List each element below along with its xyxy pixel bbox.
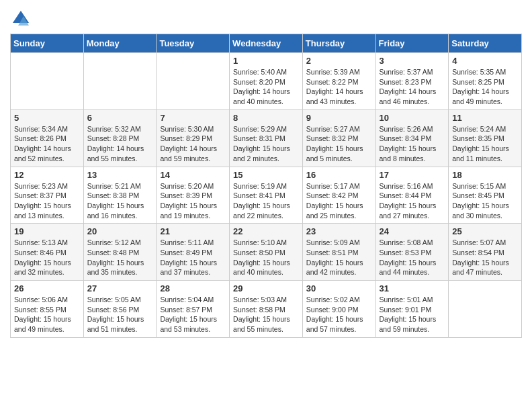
calendar-cell-13: 13Sunrise: 5:21 AM Sunset: 8:38 PM Dayli… bbox=[83, 167, 157, 224]
calendar-cell-28: 28Sunrise: 5:04 AM Sunset: 8:57 PM Dayli… bbox=[157, 281, 230, 338]
day-info: Sunrise: 5:16 AM Sunset: 8:44 PM Dayligh… bbox=[380, 181, 445, 221]
day-info: Sunrise: 5:05 AM Sunset: 8:56 PM Dayligh… bbox=[87, 295, 153, 334]
day-number: 27 bbox=[87, 283, 153, 293]
day-info: Sunrise: 5:13 AM Sunset: 8:46 PM Dayligh… bbox=[14, 238, 80, 277]
calendar-cell-empty bbox=[83, 53, 157, 110]
day-info: Sunrise: 5:26 AM Sunset: 8:34 PM Dayligh… bbox=[380, 124, 445, 164]
day-info: Sunrise: 5:10 AM Sunset: 8:50 PM Dayligh… bbox=[233, 238, 299, 277]
day-number: 23 bbox=[306, 226, 372, 236]
day-number: 4 bbox=[452, 56, 518, 66]
day-number: 6 bbox=[87, 113, 153, 123]
calendar-cell-29: 29Sunrise: 5:03 AM Sunset: 8:58 PM Dayli… bbox=[230, 281, 303, 338]
day-number: 18 bbox=[452, 170, 518, 180]
day-number: 16 bbox=[306, 170, 372, 180]
calendar-cell-1: 1Sunrise: 5:40 AM Sunset: 8:20 PM Daylig… bbox=[230, 53, 303, 110]
calendar-cell-24: 24Sunrise: 5:08 AM Sunset: 8:53 PM Dayli… bbox=[375, 224, 449, 281]
day-number: 21 bbox=[160, 226, 226, 236]
day-info: Sunrise: 5:03 AM Sunset: 8:58 PM Dayligh… bbox=[233, 295, 299, 334]
calendar-header-thursday: Thursday bbox=[302, 34, 375, 53]
calendar-header-monday: Monday bbox=[83, 34, 157, 53]
day-number: 19 bbox=[14, 226, 80, 236]
day-info: Sunrise: 5:21 AM Sunset: 8:38 PM Dayligh… bbox=[87, 181, 153, 221]
day-number: 7 bbox=[160, 113, 226, 123]
day-info: Sunrise: 5:07 AM Sunset: 8:54 PM Dayligh… bbox=[452, 238, 518, 277]
calendar-cell-empty bbox=[11, 53, 84, 110]
calendar-cell-31: 31Sunrise: 5:01 AM Sunset: 9:01 PM Dayli… bbox=[375, 281, 449, 338]
day-number: 29 bbox=[233, 283, 299, 293]
day-info: Sunrise: 5:20 AM Sunset: 8:39 PM Dayligh… bbox=[160, 181, 226, 221]
day-info: Sunrise: 5:24 AM Sunset: 8:35 PM Dayligh… bbox=[452, 124, 518, 164]
day-info: Sunrise: 5:37 AM Sunset: 8:23 PM Dayligh… bbox=[380, 67, 445, 107]
calendar-cell-12: 12Sunrise: 5:23 AM Sunset: 8:37 PM Dayli… bbox=[11, 167, 84, 224]
calendar-cell-7: 7Sunrise: 5:30 AM Sunset: 8:29 PM Daylig… bbox=[157, 109, 230, 167]
calendar-header-tuesday: Tuesday bbox=[157, 34, 230, 53]
day-info: Sunrise: 5:39 AM Sunset: 8:22 PM Dayligh… bbox=[306, 67, 372, 107]
calendar-cell-empty bbox=[157, 53, 230, 110]
calendar-cell-4: 4Sunrise: 5:35 AM Sunset: 8:25 PM Daylig… bbox=[449, 53, 522, 110]
calendar-header-row: SundayMondayTuesdayWednesdayThursdayFrid… bbox=[11, 34, 522, 53]
day-number: 31 bbox=[380, 283, 445, 293]
day-info: Sunrise: 5:12 AM Sunset: 8:48 PM Dayligh… bbox=[87, 238, 153, 277]
calendar-cell-11: 11Sunrise: 5:24 AM Sunset: 8:35 PM Dayli… bbox=[449, 109, 522, 167]
calendar-cell-25: 25Sunrise: 5:07 AM Sunset: 8:54 PM Dayli… bbox=[449, 224, 522, 281]
day-info: Sunrise: 5:08 AM Sunset: 8:53 PM Dayligh… bbox=[380, 238, 445, 277]
day-info: Sunrise: 5:35 AM Sunset: 8:25 PM Dayligh… bbox=[452, 67, 518, 107]
logo-icon bbox=[11, 9, 30, 28]
day-info: Sunrise: 5:17 AM Sunset: 8:42 PM Dayligh… bbox=[306, 181, 372, 221]
logo bbox=[10, 9, 30, 28]
calendar-cell-22: 22Sunrise: 5:10 AM Sunset: 8:50 PM Dayli… bbox=[230, 224, 303, 281]
day-number: 30 bbox=[306, 283, 372, 293]
calendar-header-wednesday: Wednesday bbox=[230, 34, 303, 53]
day-number: 5 bbox=[14, 113, 80, 123]
day-number: 13 bbox=[87, 170, 153, 180]
day-info: Sunrise: 5:01 AM Sunset: 9:01 PM Dayligh… bbox=[380, 295, 445, 334]
day-info: Sunrise: 5:27 AM Sunset: 8:32 PM Dayligh… bbox=[306, 124, 372, 164]
calendar-header-friday: Friday bbox=[375, 34, 449, 53]
calendar-cell-23: 23Sunrise: 5:09 AM Sunset: 8:51 PM Dayli… bbox=[302, 224, 375, 281]
day-number: 1 bbox=[233, 56, 299, 66]
calendar-cell-2: 2Sunrise: 5:39 AM Sunset: 8:22 PM Daylig… bbox=[302, 53, 375, 110]
calendar-cell-10: 10Sunrise: 5:26 AM Sunset: 8:34 PM Dayli… bbox=[375, 109, 449, 167]
day-number: 15 bbox=[233, 170, 299, 180]
day-number: 17 bbox=[380, 170, 445, 180]
calendar-cell-19: 19Sunrise: 5:13 AM Sunset: 8:46 PM Dayli… bbox=[11, 224, 84, 281]
calendar-table: SundayMondayTuesdayWednesdayThursdayFrid… bbox=[10, 34, 522, 338]
calendar-cell-20: 20Sunrise: 5:12 AM Sunset: 8:48 PM Dayli… bbox=[83, 224, 157, 281]
calendar-cell-15: 15Sunrise: 5:19 AM Sunset: 8:41 PM Dayli… bbox=[230, 167, 303, 224]
day-number: 12 bbox=[14, 170, 80, 180]
day-info: Sunrise: 5:06 AM Sunset: 8:55 PM Dayligh… bbox=[14, 295, 80, 334]
day-info: Sunrise: 5:32 AM Sunset: 8:28 PM Dayligh… bbox=[87, 124, 153, 164]
day-info: Sunrise: 5:30 AM Sunset: 8:29 PM Dayligh… bbox=[160, 124, 226, 164]
calendar-cell-14: 14Sunrise: 5:20 AM Sunset: 8:39 PM Dayli… bbox=[157, 167, 230, 224]
day-info: Sunrise: 5:04 AM Sunset: 8:57 PM Dayligh… bbox=[160, 295, 226, 334]
calendar-week-row-4: 26Sunrise: 5:06 AM Sunset: 8:55 PM Dayli… bbox=[11, 281, 522, 338]
calendar-cell-27: 27Sunrise: 5:05 AM Sunset: 8:56 PM Dayli… bbox=[83, 281, 157, 338]
calendar-cell-8: 8Sunrise: 5:29 AM Sunset: 8:31 PM Daylig… bbox=[230, 109, 303, 167]
calendar-header-saturday: Saturday bbox=[449, 34, 522, 53]
calendar-cell-5: 5Sunrise: 5:34 AM Sunset: 8:26 PM Daylig… bbox=[11, 109, 84, 167]
calendar-week-row-1: 5Sunrise: 5:34 AM Sunset: 8:26 PM Daylig… bbox=[11, 109, 522, 167]
calendar-cell-18: 18Sunrise: 5:15 AM Sunset: 8:45 PM Dayli… bbox=[449, 167, 522, 224]
day-number: 26 bbox=[14, 283, 80, 293]
day-info: Sunrise: 5:23 AM Sunset: 8:37 PM Dayligh… bbox=[14, 181, 80, 221]
day-info: Sunrise: 5:15 AM Sunset: 8:45 PM Dayligh… bbox=[452, 181, 518, 221]
day-number: 11 bbox=[452, 113, 518, 123]
calendar-cell-9: 9Sunrise: 5:27 AM Sunset: 8:32 PM Daylig… bbox=[302, 109, 375, 167]
day-number: 2 bbox=[306, 56, 372, 66]
day-number: 10 bbox=[380, 113, 445, 123]
day-info: Sunrise: 5:09 AM Sunset: 8:51 PM Dayligh… bbox=[306, 238, 372, 277]
day-number: 22 bbox=[233, 226, 299, 236]
calendar-cell-21: 21Sunrise: 5:11 AM Sunset: 8:49 PM Dayli… bbox=[157, 224, 230, 281]
day-number: 8 bbox=[233, 113, 299, 123]
page-header bbox=[10, 7, 522, 28]
day-number: 9 bbox=[306, 113, 372, 123]
calendar-cell-empty bbox=[449, 281, 522, 338]
day-number: 28 bbox=[160, 283, 226, 293]
day-number: 25 bbox=[452, 226, 518, 236]
calendar-week-row-3: 19Sunrise: 5:13 AM Sunset: 8:46 PM Dayli… bbox=[11, 224, 522, 281]
calendar-week-row-2: 12Sunrise: 5:23 AM Sunset: 8:37 PM Dayli… bbox=[11, 167, 522, 224]
calendar-cell-17: 17Sunrise: 5:16 AM Sunset: 8:44 PM Dayli… bbox=[375, 167, 449, 224]
calendar-cell-26: 26Sunrise: 5:06 AM Sunset: 8:55 PM Dayli… bbox=[11, 281, 84, 338]
day-info: Sunrise: 5:34 AM Sunset: 8:26 PM Dayligh… bbox=[14, 124, 80, 164]
day-number: 3 bbox=[380, 56, 445, 66]
